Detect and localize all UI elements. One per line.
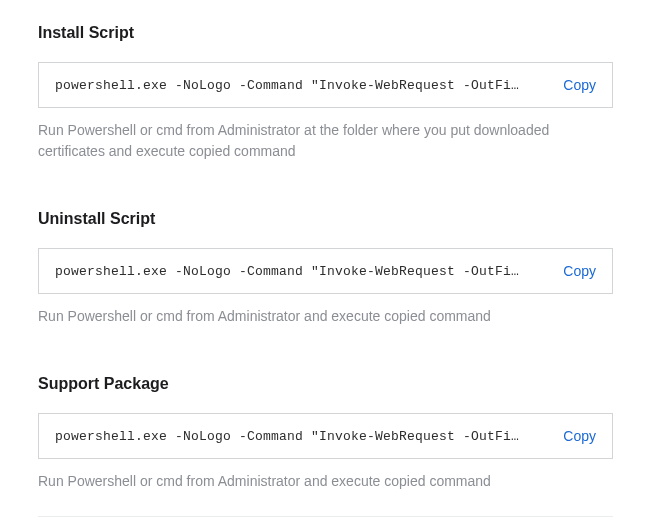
uninstall-script-heading: Uninstall Script (38, 210, 613, 228)
support-package-code: powershell.exe -NoLogo -Command "Invoke-… (55, 429, 563, 444)
divider (38, 516, 613, 517)
uninstall-script-copy-button[interactable]: Copy (563, 263, 596, 279)
support-package-hint: Run Powershell or cmd from Administrator… (38, 471, 613, 492)
uninstall-script-section: Uninstall Script powershell.exe -NoLogo … (38, 210, 613, 327)
uninstall-script-hint: Run Powershell or cmd from Administrator… (38, 306, 613, 327)
install-script-copy-button[interactable]: Copy (563, 77, 596, 93)
support-package-heading: Support Package (38, 375, 613, 393)
uninstall-script-code-block: powershell.exe -NoLogo -Command "Invoke-… (38, 248, 613, 294)
install-script-code-block: powershell.exe -NoLogo -Command "Invoke-… (38, 62, 613, 108)
install-script-hint: Run Powershell or cmd from Administrator… (38, 120, 613, 162)
support-package-copy-button[interactable]: Copy (563, 428, 596, 444)
support-package-section: Support Package powershell.exe -NoLogo -… (38, 375, 613, 492)
uninstall-script-code: powershell.exe -NoLogo -Command "Invoke-… (55, 264, 563, 279)
support-package-code-block: powershell.exe -NoLogo -Command "Invoke-… (38, 413, 613, 459)
install-script-heading: Install Script (38, 24, 613, 42)
install-script-code: powershell.exe -NoLogo -Command "Invoke-… (55, 78, 563, 93)
install-script-section: Install Script powershell.exe -NoLogo -C… (38, 24, 613, 162)
